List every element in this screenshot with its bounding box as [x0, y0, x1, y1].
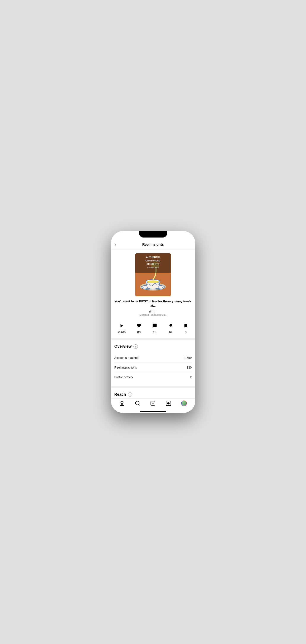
phone-frame: ‹ Reel insights [111, 231, 195, 413]
nav-home[interactable] [119, 400, 125, 406]
search-icon [135, 400, 140, 406]
stat-comments: 16 [152, 323, 157, 334]
stat-plays: 2,435 [118, 324, 126, 334]
svg-text:CANTONESE: CANTONESE [145, 259, 161, 262]
shares-value: 16 [169, 330, 172, 334]
reach-info-icon[interactable]: i [128, 392, 132, 397]
back-button[interactable]: ‹ [114, 242, 116, 247]
nav-reels[interactable] [166, 400, 171, 406]
svg-line-17 [139, 404, 140, 406]
comments-value: 16 [153, 330, 156, 334]
page-header: ‹ Reel insights [111, 240, 195, 249]
scroll-content[interactable]: AUTHENTIC CANTONESE DESSERTS in Vancouve… [111, 249, 195, 398]
phone-screen: ‹ Reel insights [111, 231, 195, 413]
reel-section: AUTHENTIC CANTONESE DESSERTS in Vancouve… [111, 249, 195, 320]
reel-interactions-label: Reel interactions [114, 366, 137, 369]
avatar-inner [182, 401, 186, 406]
svg-point-23 [168, 403, 169, 404]
play-icon [120, 324, 124, 329]
svg-point-5 [147, 280, 159, 283]
overview-info-icon[interactable]: i [133, 344, 138, 349]
svg-text:DESSERTS: DESSERTS [146, 263, 159, 265]
avatar [181, 400, 187, 406]
reel-interactions-value: 130 [187, 366, 192, 369]
bottom-nav [111, 398, 195, 410]
send-icon [168, 323, 173, 329]
saves-value: 9 [185, 330, 187, 334]
metric-accounts-reached: Accounts reached 1,659 [114, 353, 192, 363]
svg-text:AUTHENTIC: AUTHENTIC [146, 256, 160, 258]
reel-date: March 3 · Duration 0:11 [139, 314, 167, 316]
page-title: Reel insights [142, 243, 164, 246]
stats-row: 2,435 89 16 [111, 320, 195, 340]
home-icon [119, 400, 125, 406]
overview-title-row: Overview i [114, 344, 192, 349]
reach-title: Reach [114, 392, 126, 397]
reel-caption: You'll want to be FIRST in line for thes… [114, 299, 192, 308]
reach-title-row: Reach i [114, 392, 192, 397]
audio-dot: · [156, 310, 156, 312]
home-indicator [140, 411, 166, 412]
plus-square-icon [150, 400, 156, 406]
heart-icon [136, 323, 141, 329]
svg-marker-15 [168, 324, 172, 328]
profile-activity-value: 2 [190, 376, 192, 379]
likes-value: 89 [137, 330, 141, 334]
overview-section: Overview i Accounts reached 1,659 Reel i… [111, 340, 195, 388]
reel-meta-row: · [149, 310, 156, 312]
notch [139, 231, 167, 238]
svg-point-16 [135, 401, 139, 405]
svg-marker-13 [120, 324, 123, 328]
comment-icon [152, 323, 157, 329]
bookmark-icon [184, 323, 188, 329]
plays-value: 2,435 [118, 330, 126, 334]
nav-search[interactable] [135, 400, 140, 406]
metric-profile-activity: Profile activity 2 [114, 372, 192, 382]
reel-thumbnail[interactable]: AUTHENTIC CANTONESE DESSERTS in Vancouve… [135, 253, 171, 296]
reels-icon [166, 400, 171, 406]
nav-profile[interactable] [181, 400, 187, 406]
stat-saves: 9 [184, 323, 188, 334]
reach-section: Reach i [111, 388, 195, 398]
notification-dot [186, 405, 187, 406]
svg-text:in Vancouver!: in Vancouver! [147, 266, 159, 269]
accounts-reached-value: 1,659 [184, 356, 192, 360]
stat-likes: 89 [136, 323, 141, 334]
stat-shares: 16 [168, 323, 173, 334]
audio-waves-icon [149, 310, 155, 312]
avatar-photo [182, 401, 186, 406]
overview-title: Overview [114, 344, 132, 349]
profile-avatar-icon [181, 400, 187, 406]
accounts-reached-label: Accounts reached [114, 356, 139, 360]
metric-reel-interactions: Reel interactions 130 [114, 363, 192, 372]
profile-activity-label: Profile activity [114, 376, 133, 379]
nav-create[interactable] [150, 400, 156, 406]
